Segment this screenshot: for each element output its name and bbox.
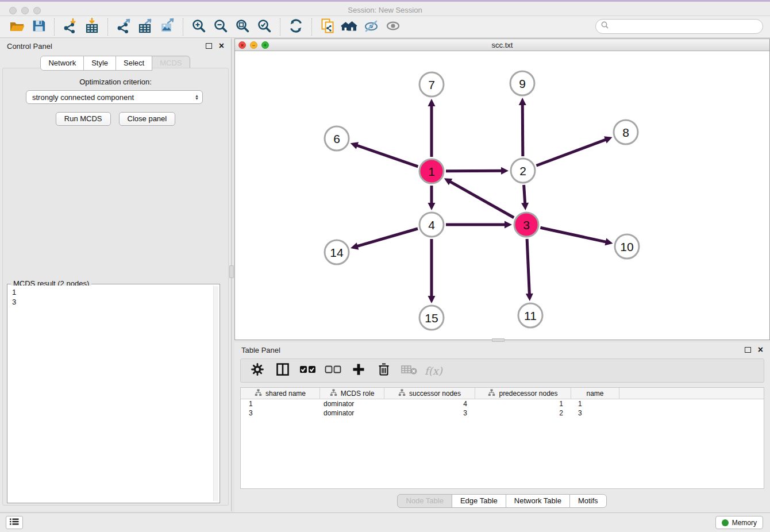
network-canvas[interactable]: 7968124314101511 (235, 51, 769, 340)
table-row[interactable]: 3 dominator 3 2 3 (241, 408, 764, 418)
graph-edge-3-10[interactable] (540, 228, 606, 242)
deselect-all-button[interactable] (324, 361, 343, 380)
export-image-button[interactable] (156, 18, 178, 36)
graph-edge-arrowhead (521, 203, 529, 210)
control-panel-title: Control Panel (7, 42, 206, 51)
criterion-value: strongly connected component (32, 93, 195, 102)
run-mcds-button[interactable]: Run MCDS (56, 112, 111, 126)
table-toolbar: f(x) (240, 358, 764, 383)
task-history-button[interactable] (6, 516, 23, 529)
import-network-button[interactable] (59, 18, 81, 36)
show-all-button[interactable] (382, 18, 404, 36)
first-neighbors-button[interactable] (338, 18, 360, 36)
horizontal-splitter-handle[interactable] (492, 338, 505, 342)
graph-node-label: 7 (428, 78, 435, 91)
close-table-panel-icon[interactable]: × (758, 346, 763, 353)
search-input[interactable] (595, 19, 763, 34)
column-header-name[interactable]: name (571, 388, 619, 399)
clone-network-button[interactable] (317, 18, 338, 36)
toolbar-separator (183, 18, 183, 36)
close-panel-icon[interactable]: × (219, 43, 224, 49)
zoom-out-button[interactable] (210, 18, 232, 36)
refresh-icon (288, 18, 304, 36)
column-header-predecessor-nodes[interactable]: predecessor nodes (475, 388, 571, 399)
criterion-dropdown[interactable]: strongly connected component ▲▼ (26, 90, 203, 104)
column-label: predecessor nodes (499, 390, 557, 398)
graph-node-label: 4 (428, 218, 435, 232)
graph-edge-3-1[interactable] (449, 182, 514, 218)
split-panel-button[interactable] (273, 361, 292, 380)
graph-edge-2-3[interactable] (524, 185, 525, 204)
zoom-selected-icon (256, 18, 272, 36)
graph-edge-2-9[interactable] (522, 104, 523, 156)
zoom-fit-button[interactable] (232, 18, 253, 36)
graph-edge-arrowhead (428, 296, 436, 303)
clone-network-icon (319, 18, 336, 36)
export-network-button[interactable] (113, 18, 134, 36)
graph-edge-4-14[interactable] (357, 229, 418, 246)
graph-edge-1-6[interactable] (356, 145, 418, 167)
delete-table-button[interactable] (399, 361, 419, 380)
tab-node-table[interactable]: Node Table (397, 494, 452, 508)
delete-column-button[interactable] (374, 361, 394, 380)
apply-function-button[interactable]: f(x) (425, 365, 442, 377)
delete-table-icon (401, 363, 418, 378)
graph-edge-arrowhead (428, 203, 436, 210)
hide-selected-button[interactable] (360, 18, 382, 36)
open-session-button[interactable] (6, 18, 28, 36)
memory-button[interactable]: Memory (715, 516, 763, 529)
select-all-button[interactable] (298, 361, 318, 380)
zoom-in-button[interactable] (188, 18, 210, 36)
cell-shared-name: 3 (241, 408, 320, 418)
save-session-button[interactable] (28, 18, 49, 36)
application-window: Session: New Session (0, 0, 770, 532)
float-table-panel-icon[interactable] (745, 347, 751, 353)
optimization-criterion-label: Optimization criterion: (0, 78, 231, 86)
import-table-icon (84, 18, 100, 36)
graph-node-label: 8 (622, 126, 629, 139)
graph-edge-3-11[interactable] (527, 239, 529, 295)
cell-name: 3 (571, 408, 619, 418)
add-column-button[interactable] (349, 361, 368, 380)
graph-edge-arrowhead (505, 221, 512, 229)
import-table-button[interactable] (81, 18, 103, 36)
mcds-result-box: MCDS result (2 nodes) 1 3 (7, 284, 220, 503)
column-label: MCDS role (341, 390, 375, 398)
graph-node-label: 14 (330, 246, 344, 259)
gear-icon (250, 362, 265, 379)
table-panel-title: Table Panel (241, 346, 745, 354)
tab-style[interactable]: Style (83, 56, 116, 71)
mcds-result-text[interactable]: 1 3 (9, 286, 218, 502)
node-table: shared name MCDS role successor nodes pr… (240, 387, 764, 489)
graph-node-label: 10 (620, 240, 633, 253)
mcds-buttons-row: Run MCDS Close panel (0, 112, 231, 126)
vertical-splitter-handle[interactable] (229, 265, 234, 278)
control-panel-header: Control Panel × (0, 38, 231, 53)
refresh-layout-button[interactable] (285, 18, 307, 36)
tab-select[interactable]: Select (116, 56, 152, 71)
graph-edge-1-2[interactable] (446, 171, 502, 171)
toolbar-separator (54, 18, 55, 36)
table-settings-button[interactable] (248, 361, 267, 380)
network-window-title: scc.txt (235, 41, 769, 49)
graph-edge-2-8[interactable] (536, 140, 606, 166)
tab-network[interactable]: Network (40, 56, 84, 71)
tab-motifs[interactable]: Motifs (569, 494, 607, 508)
graph-node-label: 1 (428, 165, 435, 178)
column-header-mcds-role[interactable]: MCDS role (320, 388, 384, 399)
zoom-fit-icon (234, 18, 251, 36)
eye-icon (385, 18, 401, 36)
export-table-button[interactable] (134, 18, 156, 36)
window-title: Session: New Session (0, 6, 770, 14)
hierarchy-icon (398, 389, 406, 398)
result-scrollbar[interactable] (213, 286, 218, 501)
column-header-successor-nodes[interactable]: successor nodes (384, 388, 475, 399)
table-row[interactable]: 1 dominator 4 1 1 (241, 399, 764, 408)
zoom-selected-button[interactable] (253, 18, 275, 36)
tab-network-table[interactable]: Network Table (506, 494, 570, 508)
tab-edge-table[interactable]: Edge Table (452, 494, 506, 508)
float-panel-icon[interactable] (206, 43, 212, 49)
close-panel-button[interactable]: Close panel (119, 112, 176, 126)
import-network-icon (62, 18, 78, 36)
column-header-shared-name[interactable]: shared name (241, 388, 320, 399)
